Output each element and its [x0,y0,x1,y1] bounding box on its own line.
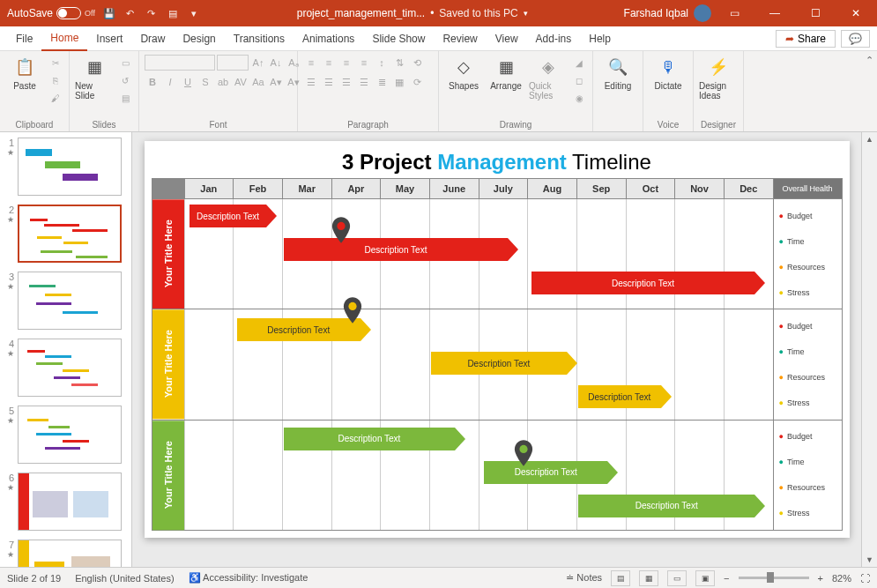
more-icon[interactable]: ▾ [187,6,201,20]
ribbon-tabs: File Home Insert Draw Design Transitions… [0,26,877,51]
layout-icon[interactable]: ▭ [117,55,133,71]
drawing-group-label: Drawing [500,118,532,130]
zoom-level[interactable]: 82% [832,573,851,584]
paste-button[interactable]: 📋 Paste [5,55,44,91]
gantt-bar: Description Text [578,495,754,517]
designer-group-label: Designer [701,118,736,130]
format-painter-icon[interactable]: 🖌 [48,90,63,106]
vertical-scrollbar[interactable]: ▲ ▼ [861,132,877,567]
shapes-icon: ◇ [451,55,476,79]
accessibility-label[interactable]: ♿ Accessibility: Investigate [189,572,308,584]
gantt-bar: Description Text [484,461,607,484]
tab-slideshow[interactable]: Slide Show [363,26,434,51]
gantt-bar: Description Text [284,428,455,450]
status-bar: Slide 2 of 19 English (United States) ♿ … [0,567,877,588]
slide-thumbnails[interactable]: 1★ 2★ 3★ [0,132,132,567]
health-panel: Budget Time Resources Stress [773,199,842,309]
scroll-up-icon[interactable]: ▲ [862,132,877,146]
tab-animations[interactable]: Animations [294,26,363,51]
editing-button[interactable]: 🔍Editing [598,55,637,91]
ribbon-display-icon[interactable]: ▭ [717,0,752,26]
gantt-bar: Description Text [284,238,508,261]
svg-point-2 [519,444,527,452]
gantt-bar: Description Text [237,318,360,341]
reading-view-icon[interactable]: ▭ [667,570,687,586]
slide: 3 Project Management Timeline Jan Feb Ma… [145,141,850,538]
redo-icon[interactable]: ↷ [145,6,159,20]
slide-canvas[interactable]: 3 Project Management Timeline Jan Feb Ma… [132,132,861,567]
maximize-icon[interactable]: ☐ [798,0,833,26]
track-title-2: Your Title Here [152,309,184,419]
pin-icon [331,217,351,243]
undo-icon[interactable]: ↶ [123,6,137,20]
title-bar: AutoSave Off 💾 ↶ ↷ ▤ ▾ project_managemen… [0,0,877,26]
thumbnail-1[interactable] [18,138,122,196]
shape-fill-icon[interactable]: ◢ [571,55,587,71]
font-group-label: Font [209,118,227,130]
pin-icon [343,297,362,324]
clipboard-group-label: Clipboard [16,118,54,130]
tab-draw[interactable]: Draw [131,26,174,51]
design-ideas-icon: ⚡ [706,55,731,79]
arrange-button[interactable]: ▦Arrange [487,55,525,91]
comments-button[interactable]: 💬 [841,30,870,48]
username-label: Farshad Iqbal [624,7,688,19]
scroll-down-icon[interactable]: ▼ [862,553,877,567]
editing-icon: 🔍 [606,55,630,79]
autosave-toggle[interactable]: AutoSave Off [7,7,95,19]
tab-home[interactable]: Home [41,26,87,51]
tab-addins[interactable]: Add-ins [527,26,581,51]
notes-button[interactable]: ≐ Notes [566,572,602,584]
tab-review[interactable]: Review [434,26,486,51]
avatar[interactable] [694,4,711,22]
thumbnail-2[interactable] [18,205,122,263]
quick-styles-icon: ◈ [536,55,561,79]
thumbnail-7[interactable] [18,540,122,567]
close-icon[interactable]: ✕ [838,0,873,26]
sorter-view-icon[interactable]: ▦ [639,570,658,586]
shape-outline-icon[interactable]: ◻ [571,72,587,88]
reset-icon[interactable]: ↺ [117,72,133,88]
slide-counter: Slide 2 of 19 [7,573,61,584]
thumbnail-6[interactable] [18,473,122,531]
tab-view[interactable]: View [487,26,527,51]
share-button[interactable]: ➦Share [776,30,836,48]
tab-insert[interactable]: Insert [87,26,131,51]
slideshow-icon[interactable]: ▤ [166,6,180,20]
normal-view-icon[interactable]: ▤ [611,570,630,586]
thumbnail-3[interactable] [18,272,122,330]
arrange-icon: ▦ [494,55,518,79]
copy-icon[interactable]: ⎘ [48,72,63,88]
ribbon: 📋 Paste ✂ ⎘ 🖌 Clipboard ▦ New Slide ▭ ↺ … [0,51,877,132]
slideshow-view-icon[interactable]: ▣ [695,570,715,586]
tab-help[interactable]: Help [580,26,620,51]
shape-effects-icon[interactable]: ◉ [571,90,587,106]
dictate-button[interactable]: 🎙Dictate [649,55,687,91]
minimize-icon[interactable]: — [757,0,792,26]
tab-transitions[interactable]: Transitions [225,26,294,51]
cut-icon[interactable]: ✂ [48,55,63,71]
thumbnail-4[interactable] [18,339,122,397]
section-icon[interactable]: ▤ [117,90,133,106]
quick-styles-button[interactable]: ◈Quick Styles [529,55,568,100]
fit-to-window-icon[interactable]: ⛶ [860,573,870,584]
track-title-3: Your Title Here [152,421,184,530]
dictate-icon: 🎙 [656,55,680,79]
thumbnail-5[interactable] [18,406,122,464]
zoom-out-icon[interactable]: − [724,573,729,584]
collapse-ribbon-icon[interactable]: ⌃ [866,55,873,66]
new-slide-button[interactable]: ▦ New Slide [75,55,114,100]
zoom-slider[interactable] [739,577,809,579]
gantt-bar: Description Text [531,272,755,294]
language-label[interactable]: English (United States) [75,573,175,584]
save-icon[interactable]: 💾 [102,6,116,20]
voice-group-label: Voice [658,118,679,130]
design-ideas-button[interactable]: ⚡Design Ideas [699,55,738,100]
svg-point-0 [337,222,345,230]
slide-title: 3 Project Management Timeline [145,141,850,178]
tab-file[interactable]: File [7,26,41,51]
health-panel: Budget Time Resources Stress [773,309,842,419]
zoom-in-icon[interactable]: + [818,573,823,584]
tab-design[interactable]: Design [174,26,224,51]
shapes-button[interactable]: ◇Shapes [444,55,483,91]
